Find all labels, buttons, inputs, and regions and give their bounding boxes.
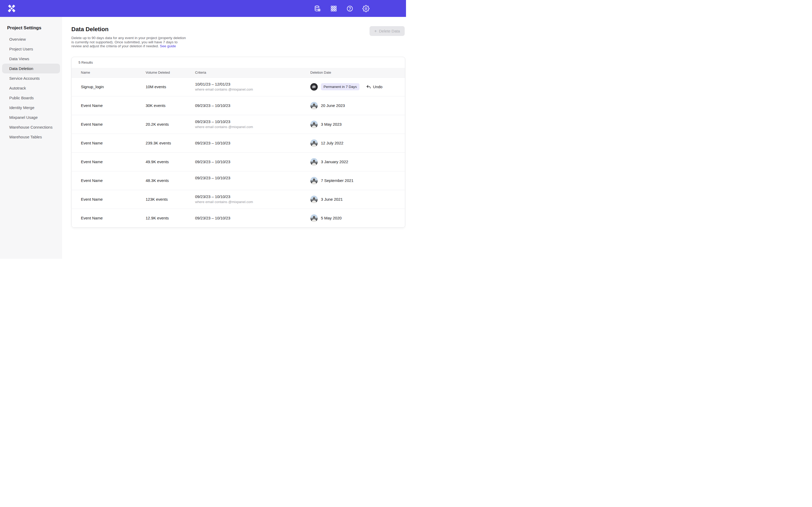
help-icon[interactable]: [346, 5, 353, 12]
deletion-date-text: 3 June 2021: [321, 197, 343, 202]
person-photo-avatar: [310, 121, 318, 128]
event-name-cell: Event Name: [81, 216, 146, 220]
table-row: Event Name 12.9K events 09/23/23 – 10/10…: [71, 209, 405, 227]
sidebar-item-data-deletion[interactable]: Data Deletion: [2, 64, 60, 73]
undo-label: Undo: [373, 84, 383, 89]
event-name-cell: Signup_login: [81, 84, 146, 89]
criteria-date-range: 09/23/23 – 10/10/23: [195, 119, 310, 124]
sidebar-nav-list: OverviewProject UsersData ViewsData Dele…: [0, 34, 60, 142]
page-title: Data Deletion: [71, 26, 406, 33]
deletion-date-text: 3 January 2022: [321, 160, 348, 164]
scooter-photo-avatar: [310, 83, 318, 91]
settings-sidebar: Project Settings OverviewProject UsersDa…: [0, 17, 62, 259]
criteria-filter-text: where email contains @mixpanel.com: [195, 200, 310, 205]
person-photo-avatar: [310, 196, 318, 203]
criteria-filter-text: where email contains @mixpanel.com: [195, 88, 310, 92]
deletion-date-cell: 3 June 2021: [310, 196, 405, 203]
criteria-date-range: 09/23/23 – 10/10/23: [195, 176, 310, 180]
event-name-cell: Event Name: [81, 122, 146, 126]
deletion-date-cell: 20 June 2023: [310, 102, 405, 109]
criteria-cell: 09/23/23 – 10/10/23: [195, 141, 310, 145]
event-name-cell: Event Name: [81, 160, 146, 164]
column-header-volume-deleted: Volume Deleted: [146, 70, 195, 74]
person-photo-avatar: [310, 139, 318, 147]
volume-deleted-cell: 48.3K events: [146, 178, 195, 183]
sidebar-item-autotrack[interactable]: Autotrack: [2, 83, 60, 93]
deletion-date-text: 7 September 2021: [321, 178, 353, 183]
deletion-date-cell: 12 July 2022: [310, 139, 405, 147]
person-photo-avatar: [310, 214, 318, 222]
volume-deleted-cell: 239.3K events: [146, 141, 195, 145]
top-navigation-bar: [0, 0, 406, 17]
person-photo-avatar: [310, 177, 318, 184]
table-row: Event Name 48.3K events 09/23/23 – 10/10…: [71, 171, 405, 190]
criteria-date-range: 09/23/23 – 10/10/23: [195, 216, 310, 220]
data-management-icon[interactable]: [314, 5, 321, 12]
criteria-cell: 09/23/23 – 10/10/23: [195, 103, 310, 108]
criteria-cell: 09/23/23 – 10/10/23 where email contains…: [195, 119, 310, 129]
mixpanel-logo-icon[interactable]: [7, 4, 16, 13]
table-row: Event Name 20.2K events 09/23/23 – 10/10…: [71, 115, 405, 133]
table-row: Event Name 30K events 09/23/23 – 10/10/2…: [71, 96, 405, 115]
table-row: Event Name 123K events 09/23/23 – 10/10/…: [71, 190, 405, 209]
see-guide-link[interactable]: See guide: [160, 44, 176, 48]
settings-gear-icon[interactable]: [362, 5, 369, 12]
delete-data-button[interactable]: + Delete Data: [369, 26, 405, 36]
deletion-date-cell: Permanent in 7 Days Undo: [310, 83, 405, 91]
sidebar-item-service-accounts[interactable]: Service Accounts: [2, 73, 60, 83]
deletion-date-text: 20 June 2023: [321, 103, 345, 108]
sidebar-item-data-views[interactable]: Data Views: [2, 54, 60, 64]
deletion-date-text: 3 May 2023: [321, 122, 342, 126]
person-photo-avatar: [310, 102, 318, 109]
undo-arrow-icon: [366, 84, 371, 89]
volume-deleted-cell: 49.9K events: [146, 160, 195, 164]
deletion-date-cell: 5 May 2020: [310, 214, 405, 222]
apps-grid-icon[interactable]: [330, 5, 337, 12]
event-name-cell: Event Name: [81, 103, 146, 108]
sidebar-item-identity-merge[interactable]: Identity Merge: [2, 103, 60, 112]
criteria-cell: 10/01/23 – 12/01/23 where email contains…: [195, 82, 310, 92]
volume-deleted-cell: 10M events: [146, 84, 195, 89]
sidebar-item-public-boards[interactable]: Public Boards: [2, 93, 60, 103]
criteria-date-range: 10/01/23 – 12/01/23: [195, 82, 310, 87]
sidebar-item-warehouse-connections[interactable]: Warehouse Connections: [2, 122, 60, 132]
sidebar-item-mixpanel-usage[interactable]: Mixpanel Usage: [2, 112, 60, 122]
table-body: Signup_login 10M events 10/01/23 – 12/01…: [71, 77, 405, 227]
criteria-filter-text: [195, 181, 310, 186]
delete-data-button-label: Delete Data: [379, 29, 400, 33]
undo-button[interactable]: Undo: [366, 84, 383, 89]
results-row: 5 Results: [71, 57, 405, 68]
criteria-cell: 09/23/23 – 10/10/23: [195, 160, 310, 164]
volume-deleted-cell: 123K events: [146, 197, 195, 202]
deletion-date-cell: 3 May 2023: [310, 121, 405, 128]
sidebar-title: Project Settings: [0, 25, 60, 34]
criteria-date-range: 09/23/23 – 10/10/23: [195, 160, 310, 164]
volume-deleted-cell: 12.9K events: [146, 216, 195, 220]
column-header-deletion-date: Deletion Date: [310, 70, 405, 74]
deletion-date-cell: 7 September 2021: [310, 177, 405, 184]
event-name-cell: Event Name: [81, 197, 146, 202]
table-header-row: Name Volume Deleted Criteria Deletion Da…: [71, 68, 405, 77]
column-header-name: Name: [81, 70, 146, 74]
topbar-icon-group: [314, 5, 369, 12]
event-name-cell: Event Name: [81, 141, 146, 145]
event-name-cell: Event Name: [81, 178, 146, 183]
sidebar-item-overview[interactable]: Overview: [2, 34, 60, 44]
volume-deleted-cell: 30K events: [146, 103, 195, 108]
person-photo-avatar: [310, 158, 318, 166]
volume-deleted-cell: 20.2K events: [146, 122, 195, 126]
table-row: Signup_login 10M events 10/01/23 – 12/01…: [71, 77, 405, 96]
criteria-date-range: 09/23/23 – 10/10/23: [195, 141, 310, 145]
sidebar-item-warehouse-tables[interactable]: Warehouse Tables: [2, 132, 60, 142]
main-content: Data Deletion Delete up to 90 days data …: [62, 17, 406, 259]
deletion-date-text: 12 July 2022: [321, 141, 343, 145]
criteria-cell: 09/23/23 – 10/10/23: [195, 176, 310, 186]
sidebar-item-project-users[interactable]: Project Users: [2, 44, 60, 54]
table-row: Event Name 49.9K events 09/23/23 – 10/10…: [71, 152, 405, 171]
deletion-date-text: 5 May 2020: [321, 216, 342, 220]
plus-icon: +: [374, 29, 377, 33]
permanent-status-badge: Permanent in 7 Days: [321, 83, 359, 90]
deletion-date-cell: 3 January 2022: [310, 158, 405, 166]
criteria-cell: 09/23/23 – 10/10/23: [195, 216, 310, 220]
criteria-date-range: 09/23/23 – 10/10/23: [195, 194, 310, 199]
